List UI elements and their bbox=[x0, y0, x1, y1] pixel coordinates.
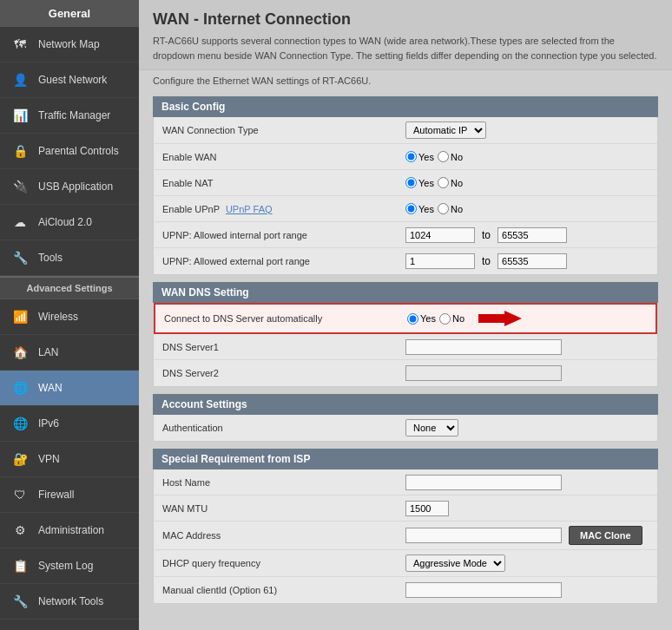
sidebar-item-label: Network Map bbox=[38, 38, 100, 50]
mac-address-label: MAC Address bbox=[162, 530, 405, 541]
sidebar-item-label: USB Application bbox=[38, 180, 113, 193]
enable-wan-label: Enable WAN bbox=[162, 152, 405, 162]
wan-mtu-row: WAN MTU bbox=[154, 495, 657, 522]
sidebar-item-label: Wireless bbox=[38, 311, 78, 323]
upnp-internal-to-input[interactable] bbox=[497, 227, 567, 243]
sidebar-item-label: IPv6 bbox=[38, 417, 59, 430]
enable-upnp-yes-label[interactable]: Yes bbox=[405, 203, 434, 214]
upnp-external-row: UPNP: Allowed external port range to bbox=[154, 248, 657, 274]
wan-dns-header: WAN DNS Setting bbox=[153, 282, 658, 303]
auth-select[interactable]: None PAP CHAP bbox=[405, 419, 458, 436]
admin-icon bbox=[10, 521, 30, 540]
wan-dns-body: Connect to DNS Server automatically Yes … bbox=[153, 303, 658, 387]
tools-icon bbox=[10, 248, 30, 267]
dns-auto-no-radio[interactable] bbox=[439, 313, 451, 325]
sidebar-item-label: Administration bbox=[38, 524, 104, 536]
dns-auto-radio-group: Yes No bbox=[407, 313, 464, 325]
dns-auto-control: Yes No bbox=[407, 309, 647, 328]
wan-mtu-input[interactable] bbox=[405, 501, 449, 516]
hostname-input[interactable] bbox=[405, 475, 562, 490]
basic-config-body: WAN Connection Type Automatic IP PPPoE P… bbox=[153, 117, 658, 275]
dns-auto-label: Connect to DNS Server automatically bbox=[164, 313, 407, 324]
mac-clone-button[interactable]: MAC Clone bbox=[569, 526, 642, 545]
guest-icon bbox=[10, 70, 30, 89]
sidebar: General Network Map Guest Network Traffi… bbox=[0, 0, 139, 630]
dns-server2-input[interactable] bbox=[405, 365, 562, 381]
sidebar-item-label: VPN bbox=[38, 453, 60, 465]
sidebar-item-wireless[interactable]: Wireless bbox=[0, 299, 139, 335]
upnp-external-from-input[interactable] bbox=[405, 253, 475, 269]
upnp-faq-link[interactable]: UPnP FAQ bbox=[226, 204, 273, 214]
enable-wan-radio-group: Yes No bbox=[405, 151, 463, 162]
sidebar-item-wan[interactable]: WAN bbox=[0, 371, 139, 406]
upnp-internal-row: UPNP: Allowed internal port range to bbox=[154, 222, 657, 248]
enable-wan-no-radio[interactable] bbox=[438, 151, 449, 162]
dns-auto-yes-radio[interactable] bbox=[407, 313, 418, 325]
sidebar-item-network-map[interactable]: Network Map bbox=[0, 27, 139, 62]
upnp-external-label: UPNP: Allowed external port range bbox=[162, 256, 405, 266]
dns-server1-input[interactable] bbox=[405, 339, 562, 355]
sidebar-item-label: AiCloud 2.0 bbox=[38, 216, 92, 228]
upnp-internal-from-input[interactable] bbox=[405, 227, 475, 243]
enable-wan-yes-radio[interactable] bbox=[405, 151, 417, 162]
dhcp-query-select[interactable]: Aggressive Mode Normal Mode bbox=[405, 555, 505, 572]
enable-upnp-label: Enable UPnP UPnP FAQ bbox=[162, 204, 405, 214]
upnp-internal-separator: to bbox=[482, 229, 491, 241]
enable-upnp-radio-group: Yes No bbox=[405, 203, 463, 214]
sidebar-item-label: Network Tools bbox=[38, 595, 103, 607]
sidebar-item-system-log[interactable]: System Log bbox=[0, 548, 139, 584]
sidebar-item-label: Guest Network bbox=[38, 74, 107, 86]
sidebar-item-tools[interactable]: Tools bbox=[0, 240, 139, 276]
account-settings-body: Authentication None PAP CHAP bbox=[153, 415, 658, 442]
mac-address-row: MAC Address MAC Clone bbox=[154, 522, 657, 550]
enable-nat-yes-radio[interactable] bbox=[405, 177, 417, 188]
enable-nat-no-label[interactable]: No bbox=[438, 177, 463, 188]
sidebar-item-traffic-manager[interactable]: Traffic Manager bbox=[0, 98, 139, 134]
auth-control: None PAP CHAP bbox=[405, 419, 649, 436]
hostname-label: Host Name bbox=[162, 477, 405, 488]
account-settings-header: Account Settings bbox=[153, 394, 658, 415]
sidebar-item-administration[interactable]: Administration bbox=[0, 513, 139, 548]
enable-upnp-yes-radio[interactable] bbox=[405, 203, 417, 214]
page-header: WAN - Internet Connection RT-AC66U suppo… bbox=[139, 0, 672, 70]
dns-auto-yes-label[interactable]: Yes bbox=[407, 313, 436, 325]
sidebar-item-label: System Log bbox=[38, 560, 93, 572]
upnp-internal-label: UPNP: Allowed internal port range bbox=[162, 230, 405, 240]
upnp-external-to-input[interactable] bbox=[497, 253, 567, 269]
dns-server2-label: DNS Server2 bbox=[162, 368, 405, 378]
enable-nat-control: Yes No bbox=[405, 177, 649, 188]
mac-address-control: MAC Clone bbox=[405, 526, 649, 545]
enable-upnp-no-radio[interactable] bbox=[438, 203, 449, 214]
sidebar-item-label: Parental Controls bbox=[38, 145, 119, 157]
wan-connection-type-control: Automatic IP PPPoE PPTP L2TP Static IP bbox=[405, 121, 649, 139]
sidebar-item-ipv6[interactable]: IPv6 bbox=[0, 406, 139, 442]
account-settings-section: Account Settings Authentication None PAP… bbox=[153, 394, 658, 442]
enable-nat-yes-label[interactable]: Yes bbox=[405, 177, 434, 188]
sidebar-item-label: WAN bbox=[38, 382, 63, 394]
sidebar-item-aicloud[interactable]: AiCloud 2.0 bbox=[0, 205, 139, 240]
enable-wan-yes-label[interactable]: Yes bbox=[405, 151, 434, 162]
manual-clientid-input[interactable] bbox=[405, 582, 562, 598]
special-req-body: Host Name WAN MTU MAC Address MAC Cl bbox=[153, 469, 658, 604]
wan-connection-type-select[interactable]: Automatic IP PPPoE PPTP L2TP Static IP bbox=[405, 121, 486, 139]
basic-config-section: Basic Config WAN Connection Type Automat… bbox=[153, 96, 658, 275]
advanced-section-header: Advanced Settings bbox=[0, 276, 139, 299]
general-section-header: General bbox=[0, 0, 139, 27]
enable-wan-no-label[interactable]: No bbox=[438, 151, 463, 162]
auth-label: Authentication bbox=[162, 423, 405, 433]
sidebar-item-label: Traffic Manager bbox=[38, 109, 110, 121]
sidebar-item-network-tools[interactable]: Network Tools bbox=[0, 584, 139, 620]
wan-connection-type-label: WAN Connection Type bbox=[162, 125, 405, 135]
sidebar-item-guest-network[interactable]: Guest Network bbox=[0, 62, 139, 98]
sidebar-item-parental-controls[interactable]: Parental Controls bbox=[0, 134, 139, 169]
vpn-icon bbox=[10, 450, 30, 469]
enable-upnp-no-label[interactable]: No bbox=[438, 203, 463, 214]
mac-address-input[interactable] bbox=[405, 528, 562, 543]
manual-clientid-label: Manual clientId (Option 61) bbox=[162, 585, 405, 595]
sidebar-item-lan[interactable]: LAN bbox=[0, 335, 139, 371]
sidebar-item-firewall[interactable]: Firewall bbox=[0, 477, 139, 513]
sidebar-item-vpn[interactable]: VPN bbox=[0, 442, 139, 477]
dns-auto-no-label[interactable]: No bbox=[439, 313, 464, 325]
sidebar-item-usb-application[interactable]: USB Application bbox=[0, 169, 139, 205]
enable-nat-no-radio[interactable] bbox=[438, 177, 449, 188]
